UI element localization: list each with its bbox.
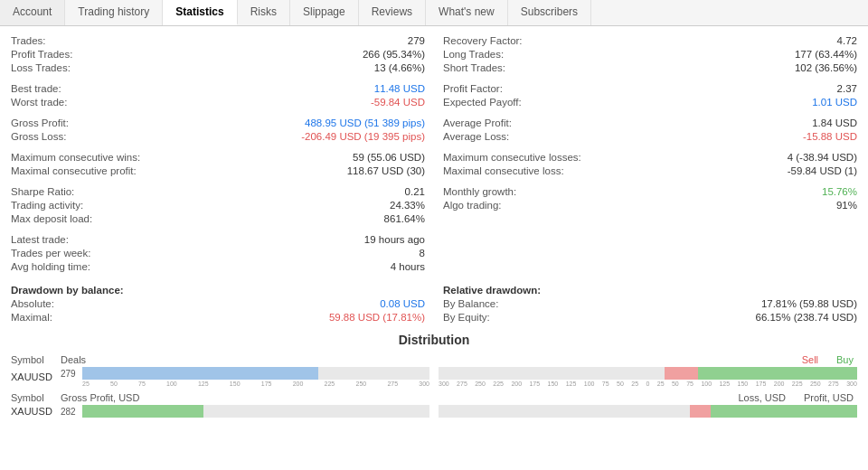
stat-trades: Trades: 279 — [11, 33, 425, 47]
app-container: Account Trading history Statistics Risks… — [0, 0, 868, 425]
right-stats-col: Recovery Factor: 4.72 Long Trades: 177 (… — [443, 33, 857, 273]
stat-long-trades: Long Trades: 177 (63.44%) — [443, 47, 857, 61]
stat-absolute: Absolute: 0.08 USD — [11, 296, 425, 310]
tab-bar: Account Trading history Statistics Risks… — [0, 0, 868, 26]
stat-profit-trades: Profit Trades: 266 (95.34%) — [11, 47, 425, 61]
gross-profit-bar — [82, 405, 203, 418]
loss-label: Loss, USD — [738, 392, 786, 403]
stat-max-deposit: Max deposit load: 861.64% — [11, 212, 425, 225]
stat-avg-holding: Avg holding time: 4 hours — [11, 259, 425, 273]
tab-reviews[interactable]: Reviews — [359, 0, 426, 25]
stat-algo-trading: Algo trading: 91% — [443, 198, 857, 212]
tab-account[interactable]: Account — [0, 0, 65, 25]
dist-bottom-row: Symbol Gross Profit, USD XAUUSD 282 — [11, 392, 857, 418]
profit-label: Profit, USD — [804, 392, 854, 403]
left-stats-col: Trades: 279 Profit Trades: 266 (95.34%) … — [11, 33, 443, 273]
stat-gross-loss: Gross Loss: -206.49 USD (19 395 pips) — [11, 129, 425, 143]
dist-symbol-header: Symbol — [11, 354, 61, 365]
dist-gross-profit-header: Gross Profit, USD — [61, 392, 139, 403]
buy-bar — [698, 367, 857, 380]
dist-lossprofit-section: Loss, USD Profit, USD — [439, 392, 857, 418]
drawdown-relative-title: Relative drawdown: — [443, 282, 857, 296]
dist-deals-row: XAUUSD 279 255075100 12515 — [11, 367, 429, 387]
dist-grossprofit-section: Symbol Gross Profit, USD XAUUSD 282 — [11, 392, 429, 418]
sell-label: Sell — [802, 354, 818, 365]
stat-profit-factor: Profit Factor: 2.37 — [443, 81, 857, 95]
distribution-title: Distribution — [11, 333, 857, 347]
stat-trades-per-week: Trades per week: 8 — [11, 246, 425, 259]
stat-worst-trade: Worst trade: -59.84 USD — [11, 95, 425, 108]
stat-sharpe: Sharpe Ratio: 0.21 — [11, 184, 425, 198]
dist-deals-bar-area: 279 255075100 125150175200 225250275300 — [61, 367, 429, 387]
dist-xauusd-symbol: XAUUSD — [11, 371, 61, 382]
loss-bar — [690, 405, 711, 418]
stat-latest-trade: Latest trade: 19 hours ago — [11, 232, 425, 246]
stat-by-equity: By Equity: 66.15% (238.74 USD) — [443, 310, 857, 324]
sell-bar — [665, 367, 698, 380]
stat-trading-activity: Trading activity: 24.33% — [11, 198, 425, 212]
stat-by-balance: By Balance: 17.81% (59.88 USD) — [443, 296, 857, 310]
stat-max-consec-wins: Maximum consecutive wins: 59 (55.06 USD) — [11, 150, 425, 164]
dist-xauusd-symbol2: XAUUSD — [11, 406, 61, 417]
dist-sellbuy-row — [439, 367, 857, 380]
tab-slippage[interactable]: Slippage — [290, 0, 359, 25]
stat-recovery: Recovery Factor: 4.72 — [443, 33, 857, 47]
drawdown-section: Drawdown by balance: Absolute: 0.08 USD … — [11, 282, 857, 324]
stat-maximal: Maximal: 59.88 USD (17.81%) — [11, 310, 425, 324]
dist-lossprofit-row — [439, 405, 857, 418]
stat-avg-loss: Average Loss: -15.88 USD — [443, 129, 857, 143]
dist-gp-row: XAUUSD 282 — [11, 405, 429, 418]
stat-max-consec-losses: Maximum consecutive losses: 4 (-38.94 US… — [443, 150, 857, 164]
tab-statistics[interactable]: Statistics — [163, 0, 237, 25]
dist-sellbuy-section: Sell Buy 300275250225 2 — [439, 354, 857, 387]
tab-risks[interactable]: Risks — [238, 0, 290, 25]
stat-loss-trades: Loss Trades: 13 (4.66%) — [11, 61, 425, 74]
profit-bar — [711, 405, 857, 418]
dist-deals-header: Deals — [61, 354, 86, 365]
main-content: Trades: 279 Profit Trades: 266 (95.34%) … — [0, 26, 868, 425]
dist-symbol-header2: Symbol — [11, 392, 61, 403]
stat-short-trades: Short Trades: 102 (36.56%) — [443, 61, 857, 74]
stat-max-consec-profit: Maximal consecutive profit: 118.67 USD (… — [11, 164, 425, 177]
distribution-section: Distribution Symbol Deals XAUUSD 279 — [11, 333, 857, 418]
stat-best-trade: Best trade: 11.48 USD — [11, 81, 425, 95]
tab-trading-history[interactable]: Trading history — [65, 0, 163, 25]
stat-monthly-growth: Monthly growth: 15.76% — [443, 184, 857, 198]
dist-top-row: Symbol Deals XAUUSD 279 — [11, 354, 857, 387]
stat-avg-profit: Average Profit: 1.84 USD — [443, 116, 857, 129]
stat-expected-payoff: Expected Payoff: 1.01 USD — [443, 95, 857, 108]
drawdown-balance-title: Drawdown by balance: — [11, 282, 425, 296]
tab-subscribers[interactable]: Subscribers — [508, 0, 591, 25]
tab-whats-new[interactable]: What's new — [426, 0, 508, 25]
stat-gross-profit: Gross Profit: 488.95 USD (51 389 pips) — [11, 116, 425, 129]
buy-label: Buy — [836, 354, 854, 365]
stats-grid: Trades: 279 Profit Trades: 266 (95.34%) … — [11, 33, 857, 273]
dist-deals-section: Symbol Deals XAUUSD 279 — [11, 354, 429, 387]
deals-bar — [82, 367, 318, 380]
stat-max-consec-loss: Maximal consecutive loss: -59.84 USD (1) — [443, 164, 857, 177]
